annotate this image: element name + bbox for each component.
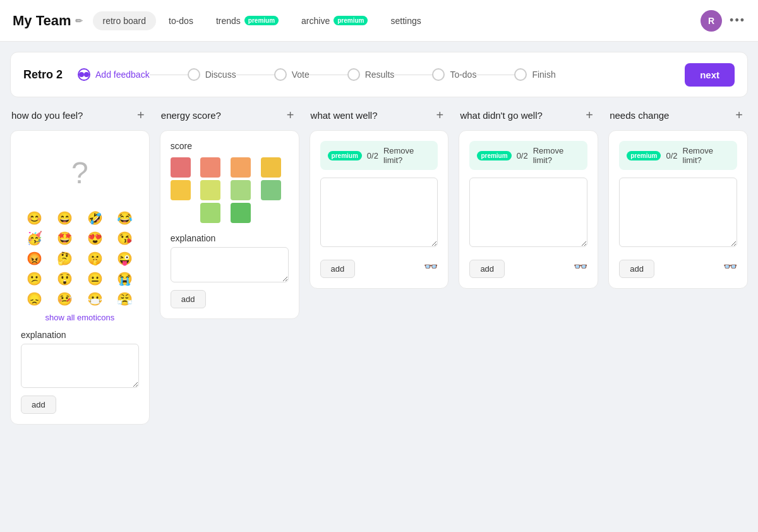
score-cell-11[interactable] bbox=[231, 203, 251, 223]
step-finish[interactable]: Finish bbox=[514, 68, 555, 81]
nav-tabs: retro board to-dos trends premium archiv… bbox=[93, 11, 701, 30]
needs-change-add-button[interactable]: add bbox=[619, 260, 654, 278]
went-well-remove-limit[interactable]: Remove limit? bbox=[383, 146, 430, 165]
emoji-10[interactable]: 🤔 bbox=[51, 250, 79, 267]
add-column-energy-button[interactable]: + bbox=[283, 107, 298, 123]
feel-add-button[interactable]: add bbox=[21, 396, 56, 414]
emoji-4[interactable]: 😂 bbox=[111, 209, 139, 227]
step-label-finish: Finish bbox=[532, 70, 555, 80]
tab-todos[interactable]: to-dos bbox=[159, 11, 203, 30]
score-cell-7[interactable] bbox=[231, 180, 251, 200]
emoji-13[interactable]: 😕 bbox=[21, 270, 49, 287]
emoji-9[interactable]: 😡 bbox=[21, 250, 49, 267]
tab-trends[interactable]: trends premium bbox=[206, 11, 289, 30]
emoji-20[interactable]: 😤 bbox=[111, 290, 139, 308]
step-todos[interactable]: To-dos bbox=[432, 68, 476, 81]
needs-change-footer: add 👓 bbox=[619, 255, 737, 278]
next-button[interactable]: next bbox=[685, 63, 735, 87]
column-went-well: what went well? + premium 0/2 Remove lim… bbox=[304, 107, 454, 425]
step-label-todos: To-dos bbox=[450, 70, 476, 80]
edit-team-icon[interactable]: ✏ bbox=[75, 16, 83, 26]
emoji-15[interactable]: 😐 bbox=[81, 270, 109, 287]
didnt-go-well-textarea[interactable] bbox=[469, 178, 587, 247]
went-well-textarea[interactable] bbox=[320, 178, 438, 247]
column-feel-header: how do you feel? + bbox=[10, 107, 150, 123]
emoji-14[interactable]: 😲 bbox=[51, 270, 79, 287]
step-connector-5 bbox=[476, 75, 514, 75]
didnt-go-well-anon-icon[interactable]: 👓 bbox=[574, 260, 587, 274]
went-well-premium-banner: premium 0/2 Remove limit? bbox=[320, 141, 438, 170]
went-well-add-button[interactable]: add bbox=[320, 260, 356, 278]
column-feel-title: how do you feel? bbox=[11, 110, 83, 121]
needs-change-anon-icon[interactable]: 👓 bbox=[723, 260, 737, 274]
add-column-didnt-go-well-button[interactable]: + bbox=[582, 107, 597, 123]
step-add-feedback[interactable]: Add feedback bbox=[78, 68, 150, 81]
didnt-go-well-footer: add 👓 bbox=[469, 255, 587, 278]
emoji-2[interactable]: 😄 bbox=[51, 209, 79, 227]
step-vote[interactable]: Vote bbox=[274, 68, 310, 81]
tab-archive[interactable]: archive premium bbox=[291, 11, 378, 30]
column-needs-change-title: needs change bbox=[610, 110, 669, 121]
emoji-grid: 😊 😄 🤣 😂 🥳 🤩 😍 😘 😡 🤔 🤫 😜 😕 😲 😐 😭 😞 🤒 😷 bbox=[21, 209, 139, 308]
emoji-6[interactable]: 🤩 bbox=[51, 229, 79, 247]
score-cell-9 bbox=[171, 203, 191, 223]
step-label-results: Results bbox=[365, 70, 395, 80]
step-circle-todos bbox=[432, 68, 445, 81]
feel-explanation-textarea[interactable] bbox=[21, 344, 139, 388]
step-discuss[interactable]: Discuss bbox=[188, 68, 236, 81]
step-connector-2 bbox=[236, 75, 274, 75]
feel-explanation-label: explanation bbox=[21, 330, 139, 340]
column-feel: how do you feel? + ? 😊 😄 🤣 😂 🥳 🤩 😍 😘 😡 🤔… bbox=[10, 107, 155, 425]
tab-retro-board[interactable]: retro board bbox=[93, 11, 156, 30]
score-cell-10[interactable] bbox=[200, 203, 220, 223]
emoji-8[interactable]: 😘 bbox=[111, 229, 139, 247]
step-circle-results bbox=[347, 68, 360, 81]
more-options-button[interactable]: ••• bbox=[730, 14, 745, 27]
emoji-11[interactable]: 🤫 bbox=[81, 250, 109, 267]
add-column-feel-button[interactable]: + bbox=[133, 107, 148, 123]
energy-add-button[interactable]: add bbox=[171, 290, 206, 308]
add-column-needs-change-button[interactable]: + bbox=[731, 107, 747, 123]
emoji-18[interactable]: 🤒 bbox=[51, 290, 79, 308]
step-circle-add-feedback bbox=[78, 68, 90, 81]
step-connector-3 bbox=[310, 75, 347, 75]
score-cell-6[interactable] bbox=[200, 180, 220, 200]
tab-settings[interactable]: settings bbox=[380, 11, 431, 30]
add-column-went-well-button[interactable]: + bbox=[432, 107, 447, 123]
score-cell-4[interactable] bbox=[261, 157, 281, 178]
score-grid bbox=[171, 157, 289, 223]
needs-change-textarea[interactable] bbox=[619, 178, 737, 247]
emoji-7[interactable]: 😍 bbox=[81, 229, 109, 247]
team-title-container: My Team ✏ bbox=[13, 13, 83, 29]
score-cell-8[interactable] bbox=[261, 180, 281, 200]
score-cell-2[interactable] bbox=[200, 157, 220, 178]
show-all-emoticons-link[interactable]: show all emoticons bbox=[21, 313, 139, 322]
score-cell-3[interactable] bbox=[231, 157, 251, 178]
step-results[interactable]: Results bbox=[347, 68, 395, 81]
team-name: My Team bbox=[13, 13, 71, 29]
emoji-5[interactable]: 🥳 bbox=[21, 229, 49, 247]
column-didnt-go-well-card: premium 0/2 Remove limit? add 👓 bbox=[459, 130, 598, 289]
column-feel-card: ? 😊 😄 🤣 😂 🥳 🤩 😍 😘 😡 🤔 🤫 😜 😕 😲 😐 😭 😞 bbox=[10, 130, 150, 425]
score-cell-1[interactable] bbox=[171, 157, 191, 178]
went-well-anon-icon[interactable]: 👓 bbox=[424, 260, 438, 274]
emoji-12[interactable]: 😜 bbox=[111, 250, 139, 267]
emoji-16[interactable]: 😭 bbox=[111, 270, 139, 287]
didnt-go-well-count: 0/2 bbox=[517, 151, 528, 160]
emoji-17[interactable]: 😞 bbox=[21, 290, 49, 308]
column-energy-header: energy score? + bbox=[160, 107, 299, 123]
energy-explanation-textarea[interactable] bbox=[171, 247, 289, 282]
header: My Team ✏ retro board to-dos trends prem… bbox=[0, 0, 758, 42]
didnt-go-well-premium-banner: premium 0/2 Remove limit? bbox=[469, 141, 587, 170]
emoji-19[interactable]: 😷 bbox=[81, 290, 109, 308]
needs-change-remove-limit[interactable]: Remove limit? bbox=[683, 146, 730, 165]
didnt-go-well-remove-limit[interactable]: Remove limit? bbox=[533, 146, 580, 165]
didnt-go-well-add-button[interactable]: add bbox=[469, 260, 505, 278]
emoji-1[interactable]: 😊 bbox=[21, 209, 49, 227]
retro-steps-bar: Retro 2 Add feedback Discuss Vote Result… bbox=[10, 52, 748, 97]
score-cell-5[interactable] bbox=[171, 180, 191, 200]
retro-title: Retro 2 bbox=[23, 68, 63, 82]
emoji-3[interactable]: 🤣 bbox=[81, 209, 109, 227]
column-didnt-go-well-title: what didn't go well? bbox=[460, 110, 542, 121]
avatar[interactable]: R bbox=[701, 10, 722, 32]
